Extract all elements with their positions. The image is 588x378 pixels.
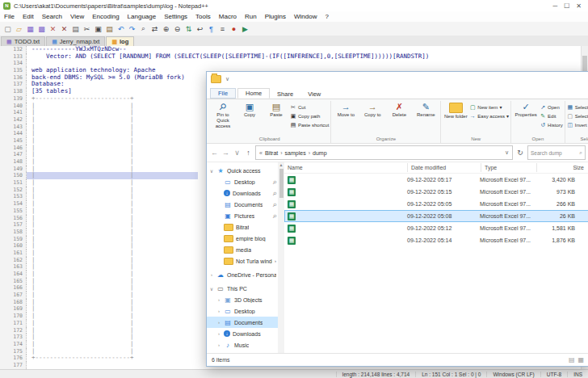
- sidebar-item-not-turla-windows[interactable]: Not Turla windows›: [207, 255, 278, 267]
- easy-access-button[interactable]: → Easy access ▾: [469, 111, 509, 120]
- zoom-out-icon[interactable]: ⊖: [172, 23, 183, 34]
- sidebar-item-onedrive-personal[interactable]: ›☁OneDrive - Personal: [207, 269, 278, 280]
- ribbon-tab-file[interactable]: File: [210, 88, 236, 99]
- search-input[interactable]: Search dump ⌕: [527, 145, 586, 160]
- menu-item-macro[interactable]: Macro: [215, 13, 241, 20]
- sidebar-item-this-pc[interactable]: ∨▭This PC: [207, 283, 278, 294]
- breadcrumb-item-dump[interactable]: dump: [313, 150, 327, 156]
- file-row[interactable]: ▦09-12-2022 05:14Microsoft Excel 97...1,…: [284, 234, 588, 246]
- menu-item-run[interactable]: Run: [241, 13, 261, 20]
- address-dropdown-icon[interactable]: ∨: [505, 149, 509, 156]
- move-to-button[interactable]: → Move to: [333, 101, 359, 118]
- word-wrap-icon[interactable]: ↩: [195, 23, 205, 34]
- macro-record-icon[interactable]: ●: [229, 23, 239, 34]
- menu-item-item[interactable]: ?: [321, 13, 332, 20]
- sidebar-scrollbar[interactable]: ▲: [278, 162, 284, 353]
- indent-guide-icon[interactable]: ≡: [217, 23, 228, 34]
- menu-item-encoding[interactable]: Encoding: [88, 13, 123, 20]
- tab-jerry-nmap-txt[interactable]: ▦Jerry_nmap.txt: [46, 36, 105, 46]
- pin-to-quick-access-button[interactable]: ⚲ Pin to Quick access: [210, 101, 236, 129]
- ribbon-tab-home[interactable]: Home: [237, 88, 270, 99]
- new-item-button[interactable]: ▢ New item ▾: [469, 103, 509, 111]
- menu-item-search[interactable]: Search: [38, 13, 66, 20]
- edit-button[interactable]: ✎ Edit: [540, 111, 563, 120]
- close-icon[interactable]: ✕: [48, 23, 58, 34]
- menu-item-file[interactable]: File: [0, 13, 19, 20]
- file-row[interactable]: ▦09-12-2022 05:17Microsoft Excel 97...3,…: [284, 174, 588, 186]
- undo-icon[interactable]: ↶: [116, 23, 126, 34]
- show-all-chars-icon[interactable]: ¶: [206, 23, 216, 34]
- column-header-size[interactable]: Size: [537, 163, 588, 172]
- ribbon-tab-share[interactable]: Share: [270, 90, 300, 99]
- replace-icon[interactable]: ⇄: [149, 23, 160, 34]
- menu-item-window[interactable]: Window: [290, 13, 321, 20]
- file-row[interactable]: ▦09-12-2022 05:15Microsoft Excel 97...97…: [284, 186, 588, 198]
- open-file-icon[interactable]: ▱: [14, 23, 24, 34]
- menu-item-language[interactable]: Language: [124, 13, 161, 20]
- file-row[interactable]: ▦09-12-2022 05:05Microsoft Excel 97...26…: [284, 198, 588, 210]
- maximize-button[interactable]: ☐: [564, 2, 569, 10]
- cut-button[interactable]: ✂ Cut: [290, 103, 329, 111]
- forward-icon[interactable]: →: [221, 149, 230, 157]
- sidebar-item-pictures[interactable]: ▣Pictures⚲: [207, 210, 278, 221]
- sidebar-item-quick-access[interactable]: ∨★Quick access: [207, 165, 278, 176]
- breadcrumb-overflow-icon[interactable]: «: [259, 150, 262, 156]
- ribbon-tab-view[interactable]: View: [300, 90, 328, 99]
- sidebar-item-empire-blog[interactable]: empire blog: [207, 233, 278, 244]
- menu-item-tools[interactable]: Tools: [191, 13, 215, 20]
- quick-access-toolbar-chevron-icon[interactable]: ∨: [225, 76, 229, 82]
- tab-todo-txt[interactable]: ▦TODO.txt: [1, 36, 45, 46]
- breadcrumb-item-samples[interactable]: samples: [285, 150, 306, 156]
- sidebar-item-documents[interactable]: ›▤Documents: [207, 317, 278, 328]
- column-header-date-modified[interactable]: Date modified: [408, 163, 481, 172]
- sidebar-item-desktop[interactable]: ›▭Desktop: [207, 305, 278, 317]
- menu-item-plugins[interactable]: Plugins: [261, 13, 290, 20]
- zoom-in-icon[interactable]: ⊕: [161, 23, 171, 34]
- scrollbar-thumb[interactable]: [279, 169, 284, 198]
- sidebar-item-downloads[interactable]: ↓Downloads⚲: [207, 187, 278, 199]
- sync-scroll-icon[interactable]: ⇅: [183, 23, 194, 34]
- scroll-up-icon[interactable]: ▲: [279, 162, 284, 167]
- sidebar-item-bitrat[interactable]: Bitrat: [207, 221, 278, 233]
- sidebar-item-3d-objects[interactable]: ›▣3D Objects: [207, 294, 278, 305]
- details-view-icon[interactable]: ▤: [569, 356, 575, 363]
- sidebar-item-music[interactable]: ›♪Music: [207, 339, 278, 351]
- invert-selection-button[interactable]: ◫ Invert selection: [567, 120, 588, 129]
- find-icon[interactable]: ⌕: [138, 23, 149, 34]
- sidebar-item-documents[interactable]: ▤Documents⚲: [207, 199, 278, 210]
- print-icon[interactable]: ▤: [70, 23, 81, 34]
- minimize-button[interactable]: ─: [552, 2, 557, 10]
- new-folder-button[interactable]: New folder: [443, 101, 468, 120]
- open-button[interactable]: ↗ Open: [540, 103, 563, 111]
- paste-shortcut-button[interactable]: ▤ Paste shortcut: [290, 120, 329, 129]
- refresh-icon[interactable]: ↻: [515, 149, 525, 157]
- paste-icon[interactable]: ▤: [104, 23, 115, 34]
- save-all-icon[interactable]: ▩: [36, 23, 47, 34]
- file-row[interactable]: ▦09-12-2022 05:12Microsoft Excel 97...1,…: [284, 222, 588, 234]
- select-none-button[interactable]: ▢ Select none: [567, 111, 588, 120]
- save-icon[interactable]: ▦: [25, 23, 36, 34]
- column-header-name[interactable]: Name: [284, 163, 408, 172]
- sidebar-item-desktop[interactable]: ▭Desktop⚲: [207, 176, 278, 187]
- rename-button[interactable]: ✎ Rename: [413, 101, 439, 118]
- close-all-icon[interactable]: ✕: [59, 23, 69, 34]
- tab-log[interactable]: ▦log: [106, 36, 134, 46]
- redo-icon[interactable]: ↷: [127, 23, 137, 34]
- close-button[interactable]: ✕: [576, 2, 582, 10]
- properties-button[interactable]: ✓ Properties: [513, 101, 539, 118]
- select-all-button[interactable]: ▦ Select all: [567, 103, 588, 111]
- up-icon[interactable]: ↑: [244, 149, 253, 157]
- file-row[interactable]: ▦09-12-2022 05:08Microsoft Excel 97...26…: [284, 210, 588, 222]
- delete-button[interactable]: ✗ Delete: [386, 101, 412, 118]
- copy-to-button[interactable]: → Copy to: [359, 101, 385, 118]
- breadcrumb[interactable]: «Bitrat›samples›dump∨: [255, 145, 513, 160]
- back-icon[interactable]: ←: [210, 149, 219, 157]
- breadcrumb-item-bitrat[interactable]: Bitrat: [265, 150, 278, 156]
- sidebar-item-downloads[interactable]: ›↓Downloads: [207, 328, 278, 339]
- menu-item-edit[interactable]: Edit: [19, 13, 38, 20]
- macro-play-icon[interactable]: ▶: [240, 23, 250, 34]
- sidebar-item-media[interactable]: media: [207, 244, 278, 255]
- copy-button[interactable]: ▣ Copy: [237, 101, 262, 118]
- menu-item-settings[interactable]: Settings: [160, 13, 191, 20]
- cut-icon[interactable]: ✂: [82, 23, 92, 34]
